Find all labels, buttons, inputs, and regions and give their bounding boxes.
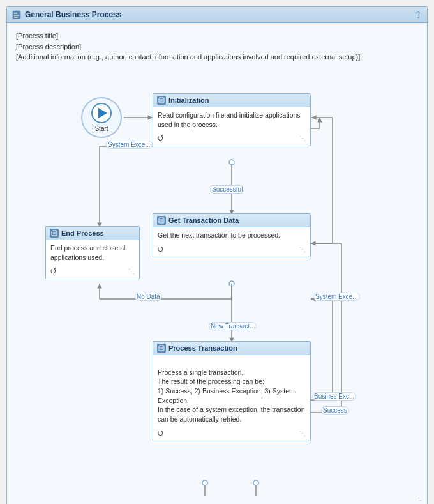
initialization-box: Initialization Read configuration file a… bbox=[153, 93, 311, 146]
get-transaction-title: Get Transaction Data bbox=[168, 217, 239, 224]
process-additional: [Additional information (e.g., author, c… bbox=[16, 52, 418, 63]
process-transaction-refresh-icon[interactable]: ↺ bbox=[157, 429, 164, 438]
svg-point-23 bbox=[202, 480, 207, 485]
initialization-footer: ↺ ⋱ bbox=[153, 132, 310, 146]
initialization-body: Read configuration file and initialize a… bbox=[153, 107, 310, 132]
process-transaction-icon bbox=[157, 344, 166, 353]
process-transaction-footer: ↺ ⋱ bbox=[153, 427, 310, 441]
svg-point-6 bbox=[229, 160, 234, 165]
start-label: Start bbox=[94, 125, 108, 132]
system-exc-trans-label: System Exce... bbox=[313, 293, 360, 301]
svg-rect-32 bbox=[159, 98, 164, 103]
end-process-box: End Process End process and close all ap… bbox=[45, 226, 140, 279]
window-title: General Business Process bbox=[25, 10, 121, 19]
svg-point-17 bbox=[229, 281, 234, 286]
get-transaction-icon bbox=[157, 216, 166, 225]
title-bar: General Business Process ⇧ bbox=[7, 7, 427, 23]
start-node[interactable]: Start bbox=[81, 97, 122, 138]
collapse-button[interactable]: ⇧ bbox=[414, 10, 422, 20]
end-process-icon bbox=[50, 229, 59, 238]
successful-label: Successful bbox=[210, 185, 244, 194]
business-exc-label: Busines Exc... bbox=[312, 392, 356, 401]
canvas: [Process title] [Process description] [A… bbox=[7, 23, 427, 504]
end-process-footer: ↺ ⋱ bbox=[46, 265, 139, 279]
get-transaction-header: Get Transaction Data bbox=[153, 214, 310, 227]
process-transaction-dots-icon: ⋱ bbox=[299, 430, 306, 437]
process-transaction-header: Process Transaction bbox=[153, 342, 310, 355]
get-transaction-footer: ↺ ⋱ bbox=[153, 243, 310, 257]
svg-rect-1 bbox=[14, 13, 17, 14]
initialization-refresh-icon[interactable]: ↺ bbox=[157, 134, 164, 143]
process-transaction-body: Process a single transaction. The result… bbox=[153, 355, 310, 427]
process-title: [Process title] bbox=[16, 31, 418, 42]
process-header: [Process title] [Process description] [A… bbox=[16, 31, 418, 63]
process-transaction-title: Process Transaction bbox=[168, 344, 237, 352]
get-transaction-body: Get the next transaction to be processed… bbox=[153, 227, 310, 243]
svg-rect-3 bbox=[14, 17, 18, 18]
window-icon bbox=[12, 10, 21, 19]
play-button[interactable] bbox=[91, 103, 112, 123]
initialization-dots-icon: ⋱ bbox=[299, 135, 306, 142]
end-process-header: End Process bbox=[46, 227, 139, 240]
end-process-title: End Process bbox=[61, 229, 104, 237]
svg-rect-2 bbox=[14, 15, 19, 16]
get-transaction-dots-icon: ⋱ bbox=[299, 246, 306, 253]
main-window: General Business Process ⇧ [Process titl… bbox=[6, 6, 428, 504]
success-label: Success bbox=[321, 406, 349, 415]
end-process-refresh-icon[interactable]: ↺ bbox=[50, 266, 57, 276]
initialization-title: Initialization bbox=[168, 96, 209, 104]
system-exc-init-label: System Exce... bbox=[106, 141, 153, 149]
svg-rect-41 bbox=[159, 346, 164, 351]
svg-rect-38 bbox=[159, 218, 164, 223]
no-data-label: No Data bbox=[135, 293, 162, 301]
svg-point-25 bbox=[253, 480, 258, 485]
process-transaction-box: Process Transaction Process a single tra… bbox=[153, 341, 311, 441]
resize-icon[interactable]: ⋱ bbox=[415, 494, 422, 501]
initialization-header: Initialization bbox=[153, 94, 310, 107]
initialization-icon bbox=[157, 96, 166, 105]
play-icon bbox=[98, 108, 107, 118]
svg-rect-35 bbox=[52, 231, 57, 236]
get-transaction-box: Get Transaction Data Get the next transa… bbox=[153, 213, 311, 257]
process-description: [Process description] bbox=[16, 42, 418, 52]
end-process-dots-icon: ⋱ bbox=[128, 268, 135, 275]
new-transact-label: New Transact... bbox=[209, 322, 257, 330]
end-process-body: End process and close all applications u… bbox=[46, 240, 139, 265]
get-transaction-refresh-icon[interactable]: ↺ bbox=[157, 245, 164, 254]
